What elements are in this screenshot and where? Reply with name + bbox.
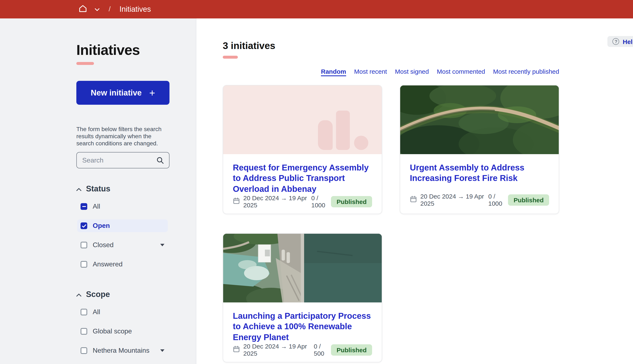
- help-button[interactable]: ? Help: [608, 36, 633, 47]
- topbar: / Initiatives: [0, 0, 633, 18]
- breadcrumb-current[interactable]: Initiatives: [119, 5, 151, 14]
- initiative-dates: 20 Dec 2024 → 19 Apr 2025: [233, 343, 314, 357]
- initiative-title-link[interactable]: Request for Emergency Assembly to Addres…: [233, 162, 372, 194]
- filter-section-scope: Scope All Global scope Nethera Mountains: [76, 290, 169, 364]
- initiative-card: Urgent Assembly to Address Increasing Fo…: [400, 85, 559, 214]
- new-initiative-button[interactable]: New initiative +: [76, 81, 169, 105]
- initiatives-page: / Initiatives Initiatives New initiative…: [0, 0, 633, 364]
- search-icon[interactable]: [156, 156, 164, 164]
- initiative-card: Request for Emergency Assembly to Addres…: [223, 85, 382, 214]
- status-badge: Published: [508, 194, 549, 206]
- search-box: [76, 152, 169, 168]
- sort-most-signed[interactable]: Most signed: [395, 68, 429, 75]
- sort-most-commented[interactable]: Most commented: [437, 68, 485, 75]
- initiative-title-link[interactable]: Launching a Participatory Process to Ach…: [233, 311, 372, 343]
- calendar-icon: [233, 197, 240, 206]
- title-accent-underline: [76, 62, 94, 65]
- filter-option-scope-global[interactable]: Global scope: [77, 325, 168, 338]
- filter-option-status-closed[interactable]: Closed: [77, 239, 168, 251]
- signature-count: 0 / 1000: [311, 194, 331, 208]
- sort-most-recently-published[interactable]: Most recently published: [493, 68, 559, 75]
- heading-accent-underline: [223, 56, 238, 59]
- filter-option-status-answered[interactable]: Answered: [77, 258, 168, 270]
- chevron-up-icon: [76, 185, 81, 193]
- calendar-icon: [410, 196, 417, 204]
- initiative-dates: 20 Dec 2024 → 19 Apr 2025: [233, 194, 311, 208]
- status-section-title: Status: [86, 184, 110, 194]
- breadcrumb-separator: /: [109, 5, 111, 14]
- initiative-card: Launching a Participatory Process to Ach…: [223, 233, 382, 362]
- new-initiative-label: New initiative: [91, 88, 142, 98]
- breadcrumb: / Initiatives: [78, 4, 151, 15]
- checkbox-unchecked-icon[interactable]: [81, 328, 87, 335]
- filter-option-scope-all[interactable]: All: [77, 306, 168, 318]
- initiative-dates: 20 Dec 2024 → 19 Apr 2025: [410, 193, 488, 207]
- initiative-title-link[interactable]: Urgent Assembly to Address Increasing Fo…: [410, 162, 549, 184]
- card-image-bar-chart-placeholder-icon[interactable]: [223, 86, 382, 154]
- help-label: Help: [623, 38, 633, 45]
- card-image-forest-aerial[interactable]: [400, 86, 559, 154]
- results-count-heading: 3 initiatives: [223, 40, 559, 52]
- scope-section-toggle[interactable]: Scope: [76, 290, 169, 299]
- checkbox-indeterminate-icon[interactable]: [81, 203, 87, 210]
- sort-random[interactable]: Random: [321, 68, 346, 75]
- caret-down-icon[interactable]: [160, 349, 164, 352]
- chevron-up-icon: [76, 291, 81, 298]
- checkbox-unchecked-icon[interactable]: [81, 261, 87, 268]
- signature-count: 0 / 500: [314, 343, 331, 357]
- sort-most-recent[interactable]: Most recent: [354, 68, 387, 75]
- question-icon: ?: [613, 38, 619, 45]
- card-image-dam-aerial[interactable]: [223, 234, 382, 302]
- plus-icon: +: [149, 88, 155, 98]
- status-badge: Published: [331, 344, 372, 356]
- checkbox-checked-icon[interactable]: [81, 222, 87, 229]
- home-icon: [78, 4, 88, 15]
- filter-option-status-all[interactable]: All: [77, 200, 168, 213]
- status-section-toggle[interactable]: Status: [76, 184, 169, 194]
- breadcrumb-dropdown[interactable]: [95, 6, 99, 13]
- checkbox-unchecked-icon[interactable]: [81, 242, 87, 248]
- main-content: ? Help 3 initiatives Random Most recent …: [197, 18, 633, 364]
- filter-option-status-open[interactable]: Open: [77, 220, 168, 232]
- filters-sidebar: Initiatives New initiative + The form be…: [0, 18, 196, 364]
- initiatives-grid: Request for Emergency Assembly to Addres…: [223, 85, 559, 362]
- caret-down-icon[interactable]: [160, 244, 164, 246]
- filter-help-text: The form below filters the search result…: [76, 126, 169, 147]
- scope-section-title: Scope: [86, 290, 110, 299]
- checkbox-unchecked-icon[interactable]: [81, 347, 87, 354]
- status-badge: Published: [331, 196, 372, 207]
- search-input[interactable]: [77, 156, 156, 164]
- home-link[interactable]: [78, 4, 88, 15]
- chevron-down-icon: [95, 6, 99, 13]
- page-title: Initiatives: [76, 42, 169, 58]
- filter-section-status: Status All Open: [76, 184, 169, 270]
- calendar-icon: [233, 346, 240, 354]
- signature-count: 0 / 1000: [488, 193, 508, 207]
- sort-options: Random Most recent Most signed Most comm…: [223, 68, 559, 75]
- filter-option-scope-nethera-mountains[interactable]: Nethera Mountains: [77, 344, 168, 357]
- checkbox-unchecked-icon[interactable]: [81, 309, 87, 316]
